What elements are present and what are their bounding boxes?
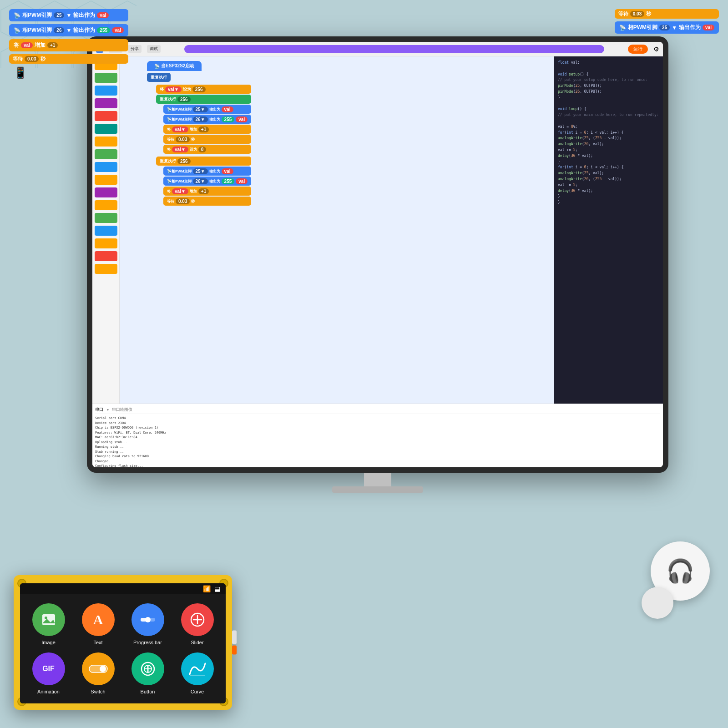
monitor-screen-outer: M 主页 分享 调试 运行 ⚙ [87, 36, 668, 473]
app-label-slider: Slider [191, 640, 203, 645]
sidebar-item-more11[interactable] [95, 264, 117, 274]
monitor: M 主页 分享 调试 运行 ⚙ [55, 36, 701, 569]
sidebar-item-pins[interactable] [95, 124, 117, 134]
app-curve[interactable]: Curve [176, 652, 218, 694]
app-button[interactable]: Button [126, 652, 169, 694]
app-label-button: Button [141, 689, 155, 694]
app-slider[interactable]: Slider [176, 603, 218, 645]
sidebar-item-more9[interactable] [95, 238, 117, 248]
bluetooth-icon: ⬓ [214, 585, 220, 592]
tablet-wrapper: 📶 ⬓ Image [14, 575, 232, 710]
tablet-device: 📶 ⬓ Image [14, 575, 232, 710]
sidebar-item-more8[interactable] [95, 226, 117, 236]
blocks-area: 📡 当ESP32S2启动 重复执行 将va [129, 61, 549, 399]
block-icon2: 📡 [14, 27, 20, 34]
app-text[interactable]: A Text [77, 603, 119, 645]
pwm-group: 📡相PWM主脚25▼输出为val 📡相PWM主脚26▼输出为255val 将va… [163, 105, 251, 154]
floating-code-blocks-left: 📡 相PWM引脚 25 ▼ 输出作为 val 📡 相PWM引脚 26 ▼ 输出作… [9, 9, 128, 79]
monitor-base [332, 486, 423, 493]
app-label-progress: Progress bar [133, 640, 162, 645]
sidebar-item-more4[interactable] [95, 175, 117, 185]
monitor-screen: M 主页 分享 调试 运行 ⚙ [92, 42, 663, 467]
app-icon-gif: GIF [32, 652, 65, 685]
sidebar-item-more6[interactable] [95, 200, 117, 210]
block-icon: 📡 [14, 12, 20, 19]
app-label-switch: Switch [91, 689, 105, 694]
esp32-block: 📡 当ESP32S2启动 [147, 61, 202, 71]
sidebar-item-vars[interactable] [95, 98, 117, 108]
sidebar-item-more5[interactable] [95, 187, 117, 197]
ide-container: M 主页 分享 调试 运行 ⚙ [92, 42, 663, 467]
app-label-image: Image [41, 640, 56, 645]
app-icon-curve [181, 652, 214, 685]
code-block-wait: 等待 0.03 秒 [9, 54, 128, 64]
code-block-pwm25-right: 📡 相PWM引脚 25 ▼ 输出作为 val [615, 21, 719, 34]
svg-point-3 [45, 617, 47, 619]
ide-body: 📡 当ESP32S2启动 重复执行 将va [92, 56, 663, 404]
sidebar-item-logic[interactable] [95, 86, 117, 96]
sidebar-item-more1[interactable] [95, 136, 117, 147]
app-icon-switch [82, 652, 115, 685]
progress-indicator [184, 45, 604, 53]
toolbar-btn-share[interactable]: 分享 [128, 45, 142, 53]
cup-base [642, 587, 673, 619]
wifi-icon: 📶 [203, 585, 211, 592]
phone-icon: 📱 [14, 66, 128, 79]
monitor-wrapper: M 主页 分享 调试 运行 ⚙ [55, 36, 701, 569]
monitor-stand [87, 473, 668, 493]
pwm-group2: 📡相PWM主脚25▼输出为val 📡相PWM主脚26▼输出为255val 将va… [163, 167, 251, 206]
app-progress-bar[interactable]: Progress bar [126, 603, 169, 645]
ide-sidebar [92, 56, 120, 404]
app-icon-slider [181, 603, 214, 636]
svg-point-7 [145, 617, 151, 622]
settings-icon[interactable]: ⚙ [653, 46, 659, 53]
tablet-screen: 📶 ⬓ Image [20, 583, 226, 703]
ide-console: 串口 ▸ 串口绘图仪 Serial port COM4 Device port … [92, 404, 663, 467]
app-label-text: Text [93, 640, 102, 645]
run-button[interactable]: 运行 [628, 45, 648, 54]
app-image[interactable]: Image [27, 603, 70, 645]
deco-cup [642, 587, 673, 619]
floating-code-blocks-right: 等待 0.03 秒 📡 相PWM引脚 25 ▼ 输出作为 val [615, 9, 719, 34]
svg-point-13 [100, 666, 106, 672]
sidebar-item-more3[interactable] [95, 162, 117, 172]
code-block-val-inc: 将 val 增加 +1 [9, 39, 128, 51]
ide-toolbar: M 主页 分享 调试 运行 ⚙ [92, 42, 663, 56]
monitor-neck [364, 473, 391, 486]
sidebar-item-more10[interactable] [95, 251, 117, 261]
app-label-curve: Curve [191, 689, 204, 694]
app-icon-button [131, 652, 164, 685]
side-leds [232, 631, 237, 655]
sidebar-item-more2[interactable] [95, 149, 117, 159]
sidebar-item-math[interactable] [95, 111, 117, 121]
code-block-pwm25: 📡 相PWM引脚 25 ▼ 输出作为 val [9, 9, 128, 21]
app-icon-image [32, 603, 65, 636]
repeat-block: 重复执行 [147, 73, 171, 82]
app-animation[interactable]: GIF Animation [27, 652, 70, 694]
ide-bottom-panel: 串口 ▸ 串口绘图仪 Serial port COM4 Device port … [92, 404, 663, 467]
code-block-wait-right: 等待 0.03 秒 [615, 9, 719, 19]
app-switch[interactable]: Switch [77, 652, 119, 694]
tablet-app-grid: Image A Text [20, 594, 226, 703]
ide-blocks-canvas: 📡 当ESP32S2启动 重复执行 将va [120, 56, 554, 404]
sidebar-item-more7[interactable] [95, 213, 117, 223]
svg-rect-2 [42, 614, 55, 625]
inner-blocks: 将val▼设为256 重复执行256 📡相PWM主脚25▼输出为val [156, 85, 251, 206]
code-block-pwm26: 📡 相PWM引脚 26 ▼ 输出作为 255 val [9, 24, 128, 36]
toolbar-btn-debug[interactable]: 调试 [147, 45, 161, 53]
app-icon-progress [131, 603, 164, 636]
tablet-status-bar: 📶 ⬓ [20, 583, 226, 594]
app-icon-text: A [82, 603, 115, 636]
ide-code-editor[interactable]: float val; void setup() { // put your se… [554, 56, 663, 404]
app-label-animation: Animation [37, 689, 60, 694]
